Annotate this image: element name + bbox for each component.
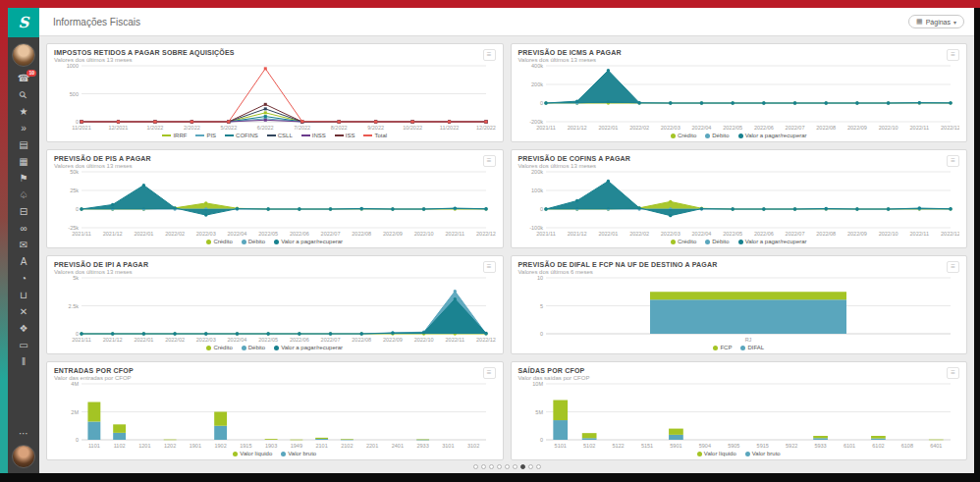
page-dot[interactable] (489, 464, 494, 469)
svg-text:2022/04: 2022/04 (691, 231, 711, 237)
svg-text:2022/12: 2022/12 (476, 337, 495, 343)
legend-item[interactable]: Crédito (206, 239, 232, 244)
svg-text:1102: 1102 (114, 443, 126, 449)
page-dot[interactable] (497, 464, 502, 469)
svg-text:1201: 1201 (138, 443, 150, 449)
star-icon[interactable]: ★ (8, 103, 39, 120)
bank-flag-icon[interactable]: ⚑ (8, 170, 39, 187)
legend-item[interactable]: Valor líquido (697, 451, 736, 456)
chart-canvas: 0510RJ (518, 275, 960, 344)
legend-item[interactable]: Valor a pagar/recuperar (738, 133, 807, 138)
card-menu-icon[interactable]: ≡ (483, 367, 496, 379)
legend-item[interactable]: PIS (195, 133, 216, 138)
glasses-icon[interactable]: ∞ (8, 220, 39, 237)
legend-item[interactable]: Débito (705, 239, 729, 244)
svg-text:0: 0 (539, 437, 542, 443)
close-icon[interactable]: ✕ (8, 303, 39, 320)
truck-icon[interactable]: ⊟ (8, 203, 39, 220)
shield-icon[interactable]: ♤ (8, 187, 39, 203)
user-avatar[interactable] (12, 43, 35, 67)
svg-text:0: 0 (539, 206, 542, 212)
briefcase-icon[interactable]: ▤ (8, 136, 39, 153)
page-dot[interactable] (520, 464, 525, 469)
svg-text:6401: 6401 (930, 443, 942, 449)
svg-text:1902: 1902 (215, 443, 227, 449)
card-menu-icon[interactable]: ≡ (947, 261, 959, 273)
chart-legend: Valor líquidoValor bruto (54, 450, 496, 458)
support-avatar[interactable] (12, 445, 35, 468)
svg-text:2022/08: 2022/08 (816, 231, 836, 237)
typography-icon[interactable]: A (8, 253, 39, 270)
chart-card-saidas-cfop: SAÍDAS POR CFOP Valor das saídas por CFO… (511, 361, 968, 460)
legend-item[interactable]: Crédito (206, 345, 232, 350)
legend-item[interactable]: Valor bruto (745, 451, 781, 456)
svg-text:2022/12: 2022/12 (941, 125, 959, 131)
legend-item[interactable]: Débito (242, 239, 265, 244)
svg-text:2022/10: 2022/10 (414, 231, 434, 237)
more-options-icon[interactable]: ⋯ (8, 425, 39, 442)
app-logo[interactable]: S (8, 8, 39, 37)
chart-icon[interactable]: ▦ (8, 153, 39, 170)
pie-icon[interactable]: ◔ (8, 270, 39, 287)
legend-item[interactable]: Débito (705, 133, 729, 138)
svg-text:1901: 1901 (190, 443, 201, 449)
card-menu-icon[interactable]: ≡ (947, 155, 959, 167)
svg-text:2401: 2401 (392, 443, 404, 449)
svg-text:2102: 2102 (341, 443, 353, 449)
legend-item[interactable]: Crédito (671, 239, 696, 244)
legend-item[interactable]: DIFAL (740, 345, 764, 350)
legend-item[interactable]: COFINS (225, 133, 258, 138)
svg-text:2933: 2933 (417, 443, 429, 449)
page-title: Informações Fiscais (53, 17, 908, 27)
inbox-icon[interactable]: ✉ (8, 237, 39, 253)
search-icon[interactable]: ⚲ (8, 86, 39, 103)
chart-legend: CréditoDébitoValor a pagar/recuperar (518, 238, 960, 246)
cart-icon[interactable]: ⊔ (8, 287, 39, 303)
legend-item[interactable]: INSS (301, 133, 326, 138)
legend-item[interactable]: Débito (242, 345, 265, 350)
svg-text:2022/11: 2022/11 (446, 337, 464, 343)
card-menu-icon[interactable]: ≡ (483, 261, 496, 273)
chart-card-ipi: PREVISÃO DE IPI A PAGAR Valores dos últi… (46, 255, 504, 354)
svg-text:200k: 200k (531, 169, 543, 175)
page-dot[interactable] (513, 464, 517, 469)
card-menu-icon[interactable]: ≡ (483, 155, 496, 167)
svg-text:0: 0 (76, 437, 79, 443)
svg-text:2022/12: 2022/12 (476, 231, 495, 237)
monitor-icon[interactable]: ▭ (8, 337, 39, 353)
svg-text:5/2022: 5/2022 (220, 125, 237, 131)
svg-text:25k: 25k (70, 187, 79, 193)
legend-item[interactable]: Valor bruto (281, 451, 316, 456)
legend-item[interactable]: IRRF (162, 133, 187, 138)
legend-item[interactable]: Valor a pagar/recuperar (274, 345, 343, 350)
chart-legend: Valor líquidoValor bruto (518, 450, 960, 458)
legend-item[interactable]: Valor a pagar/recuperar (738, 239, 807, 244)
svg-text:1915: 1915 (240, 443, 251, 449)
page-dot[interactable] (481, 464, 486, 469)
page-dot[interactable] (505, 464, 510, 469)
legend-item[interactable]: ISS (335, 133, 355, 138)
page-dot[interactable] (536, 464, 541, 469)
page-dot[interactable] (473, 464, 478, 469)
svg-text:2021/11: 2021/11 (536, 125, 555, 131)
chevrons-icon[interactable]: » (8, 120, 39, 136)
svg-text:2022/03: 2022/03 (660, 125, 680, 131)
card-menu-icon[interactable]: ≡ (947, 49, 959, 61)
pause-icon[interactable]: ‖ (8, 353, 39, 370)
legend-item[interactable]: CSLL (267, 133, 293, 138)
legend-item[interactable]: Valor a pagar/recuperar (274, 239, 343, 244)
legend-item[interactable]: Total (363, 133, 387, 138)
legend-item[interactable]: Valor líquido (233, 451, 272, 456)
pages-button[interactable]: ▦ Páginas ▾ (908, 15, 964, 28)
legend-item[interactable]: Crédito (671, 133, 696, 138)
card-menu-icon[interactable]: ≡ (483, 49, 496, 61)
phone-icon[interactable]: ☎10 (8, 70, 39, 86)
svg-text:2/2022: 2/2022 (184, 125, 200, 131)
gem-icon[interactable]: ❖ (8, 320, 39, 337)
card-menu-icon[interactable]: ≡ (947, 367, 959, 379)
page-dot[interactable] (528, 464, 533, 469)
legend-item[interactable]: FCP (713, 345, 732, 350)
svg-text:RJ: RJ (744, 337, 751, 343)
chart-canvas: -200k0200k400k2021/112021/122022/012022/… (518, 63, 960, 132)
main-area: Informações Fiscais ▦ Páginas ▾ IMPOSTOS… (39, 8, 974, 473)
